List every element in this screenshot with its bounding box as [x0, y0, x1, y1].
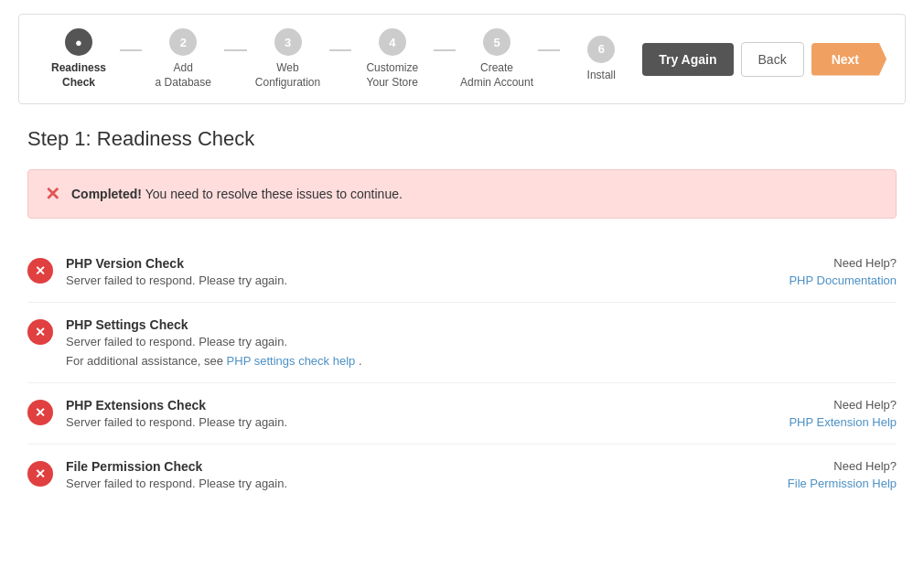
step-1-circle: ● [65, 28, 92, 56]
php-extensions-help: Need Help? PHP Extension Help [750, 398, 897, 429]
php-version-desc: Server failed to respond. Please try aga… [66, 273, 737, 287]
php-version-title: PHP Version Check [66, 256, 737, 271]
file-permission-error-icon [27, 461, 53, 487]
php-extensions-desc: Server failed to respond. Please try aga… [66, 415, 737, 429]
step-6: 6 Install [560, 36, 642, 83]
file-permission-need-help: Need Help? [750, 459, 897, 473]
step-4-label: CustomizeYour Store [366, 61, 418, 90]
php-version-content: PHP Version Check Server failed to respo… [66, 256, 737, 287]
php-extensions-need-help: Need Help? [750, 398, 897, 412]
php-settings-desc: Server failed to respond. Please try aga… [66, 335, 897, 348]
try-again-button[interactable]: Try Again [642, 43, 733, 76]
file-permission-content: File Permission Check Server failed to r… [66, 459, 737, 490]
step-5-label: CreateAdmin Account [460, 61, 533, 90]
step-connector-2 [224, 49, 246, 51]
php-settings-help-link[interactable]: PHP settings check help [227, 354, 356, 368]
page-content: Step 1: Readiness Check ✕ Completed! You… [0, 118, 924, 523]
step-6-label: Install [587, 69, 616, 83]
stepper-steps: ● Readiness Check 2 Adda Database 3 WebC… [38, 28, 642, 90]
php-extensions-check: PHP Extensions Check Server failed to re… [27, 383, 897, 445]
php-version-error-icon [27, 258, 53, 284]
php-version-help: Need Help? PHP Documentation [750, 256, 897, 287]
php-settings-check: PHP Settings Check Server failed to resp… [27, 303, 897, 383]
php-settings-content: PHP Settings Check Server failed to resp… [66, 317, 897, 368]
stepper-buttons: Try Again Back Next [642, 42, 886, 77]
step-1: ● Readiness Check [38, 28, 120, 90]
step-connector-3 [329, 49, 351, 51]
php-extensions-content: PHP Extensions Check Server failed to re… [66, 398, 737, 429]
step-5: 5 CreateAdmin Account [456, 28, 538, 90]
php-settings-title: PHP Settings Check [66, 317, 897, 332]
file-permission-help-link[interactable]: File Permission Help [788, 477, 897, 490]
step-1-label: Readiness Check [51, 61, 106, 90]
file-permission-check: File Permission Check Server failed to r… [27, 445, 897, 505]
step-connector-1 [120, 49, 142, 51]
php-extensions-error-icon [27, 400, 53, 425]
step-6-circle: 6 [587, 36, 615, 63]
php-version-check: PHP Version Check Server failed to respo… [27, 241, 897, 303]
step-3-circle: 3 [274, 28, 302, 56]
php-version-need-help: Need Help? [750, 256, 897, 270]
alert-message: You need to resolve these issues to cont… [142, 187, 403, 201]
alert-text: Completed! You need to resolve these iss… [71, 187, 403, 201]
step-2-circle: 2 [169, 28, 197, 56]
alert-error-icon: ✕ [45, 183, 60, 205]
php-documentation-link[interactable]: PHP Documentation [789, 273, 897, 287]
file-permission-title: File Permission Check [66, 459, 737, 474]
step-3: 3 WebConfiguration [247, 28, 329, 90]
file-permission-desc: Server failed to respond. Please try aga… [66, 477, 737, 490]
step-4: 4 CustomizeYour Store [351, 28, 434, 90]
step-connector-4 [434, 49, 456, 51]
php-extension-help-link[interactable]: PHP Extension Help [789, 415, 897, 429]
step-5-circle: 5 [483, 28, 510, 56]
step-2-label: Adda Database [156, 61, 211, 90]
checks-list: PHP Version Check Server failed to respo… [27, 241, 897, 505]
step-4-circle: 4 [379, 28, 406, 56]
php-extensions-title: PHP Extensions Check [66, 398, 737, 413]
stepper-container: ● Readiness Check 2 Adda Database 3 WebC… [18, 14, 906, 104]
back-button[interactable]: Back [741, 42, 804, 77]
step-2: 2 Adda Database [142, 28, 224, 90]
page-title: Step 1: Readiness Check [27, 127, 897, 151]
file-permission-help: Need Help? File Permission Help [750, 459, 897, 490]
step-3-label: WebConfiguration [255, 61, 320, 90]
php-settings-extra: For additional assistance, see PHP setti… [66, 354, 897, 368]
step-connector-5 [538, 49, 560, 51]
alert-banner: ✕ Completed! You need to resolve these i… [27, 169, 897, 219]
alert-bold: Completed! [71, 187, 142, 201]
php-settings-error-icon [27, 319, 53, 345]
next-button[interactable]: Next [811, 43, 886, 76]
